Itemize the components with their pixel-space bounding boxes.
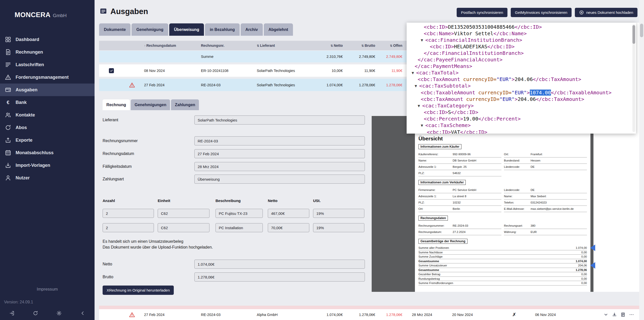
sidebar-item-dashboard[interactable]: Dashboard — [0, 33, 95, 46]
preview-title: Übersicht — [418, 136, 587, 142]
xml-collapse-arrow-icon[interactable]: ▼ — [421, 37, 425, 44]
item-1-beschreibung-input[interactable] — [216, 209, 263, 218]
cell-lieferant: SolarPath Technologies — [256, 83, 317, 87]
download-xrechnung-button[interactable]: XRechnung im Original herunterladen — [103, 286, 174, 295]
sidebar-item-lastschriften[interactable]: Lastschriften — [0, 58, 95, 71]
column-header-rechnungsnr[interactable]: Rechnungsnr. — [195, 44, 256, 48]
item-2-ust-input[interactable] — [313, 223, 364, 232]
detail-tab-rechnung[interactable]: Rechnung — [103, 99, 130, 110]
tab-dokumente[interactable]: Dokumente — [99, 23, 131, 36]
summary-offen: 2.749,80€ — [383, 55, 410, 59]
column-header-offen[interactable]: ⇅Offen — [383, 44, 410, 48]
cell-flag — [124, 312, 140, 318]
cell-brutto: 11,90€ — [350, 69, 383, 73]
column-header-netto[interactable]: ⇅Netto — [317, 44, 350, 48]
table-row[interactable]: 27 Feb 2024RE-2024-03Alpha GmbH1.074,00€… — [99, 309, 639, 320]
logout-icon — [9, 310, 15, 316]
collapse-icon — [80, 310, 85, 316]
more-icon[interactable] — [629, 312, 634, 317]
sidebar-item-label: Forderungsmanagement — [16, 75, 69, 80]
chevron-down-icon[interactable] — [603, 312, 609, 317]
tab-archiv[interactable]: Archiv — [241, 23, 263, 36]
summary-brutto: 2.749,80€ — [350, 55, 383, 59]
xml-collapse-arrow-icon[interactable]: ▼ — [412, 70, 416, 76]
settings-button[interactable] — [56, 310, 62, 316]
preview-field-label: Rechnungsdatum: — [418, 230, 453, 233]
sidebar-item-ausgaben[interactable]: Ausgaben — [0, 84, 95, 96]
warning-icon — [129, 82, 135, 88]
detail-tab-genehmigungen[interactable]: Genehmigungen — [131, 99, 170, 110]
sidebar-item-label: Lastschriften — [16, 62, 44, 67]
refresh-button[interactable] — [33, 310, 38, 316]
xml-collapse-arrow-icon[interactable]: ▼ — [418, 103, 422, 109]
page-scrollbar[interactable] — [639, 0, 644, 320]
detail-tab-zahlungen[interactable]: Zahlungen — [171, 99, 199, 110]
column-header-rechnungsdatum[interactable]: ↑Rechnungsdatum — [140, 44, 195, 48]
column-header-brutto[interactable]: ⇅Brutto — [350, 44, 383, 48]
sidebar-item-import-vorlagen[interactable]: Import-Vorlagen — [0, 159, 95, 172]
sidebar-item-kontakte[interactable]: Kontakte — [0, 109, 95, 121]
getmyinvoices-synchronisieren-button[interactable]: GetMyInvoices synchronisieren — [511, 8, 572, 17]
cell-faelligkeitsdatum: 28 Mrz 2024 — [410, 313, 450, 317]
sidebar-item-abos[interactable]: Abos — [0, 121, 95, 134]
sidebar-item-forderungsmanagement[interactable]: Forderungsmanagement — [0, 71, 95, 84]
total-brutto-input[interactable] — [194, 272, 365, 282]
cell-rechnungsnr: RE-2024-03 — [195, 83, 256, 87]
preview-field-label: Rechnungsnummer: — [418, 224, 453, 227]
sidebar-item-bank[interactable]: €Bank — [0, 96, 95, 109]
xml-scrollbar[interactable] — [632, 24, 635, 132]
item-1-ust-input[interactable] — [313, 209, 364, 218]
field-f-lligkeitsdatum-input[interactable] — [194, 162, 365, 171]
field-rechnungsdatum-input[interactable] — [194, 149, 365, 158]
item-2-beschreibung-input[interactable] — [216, 223, 263, 232]
page-scrollbar-thumb[interactable] — [640, 24, 643, 37]
download-icon[interactable] — [612, 312, 617, 317]
item-2-anzahl-input[interactable] — [103, 223, 154, 232]
total-netto-input[interactable] — [194, 260, 365, 269]
preview-field-value: Berlin — [453, 207, 460, 210]
cell-lieferant: Alpha GmbH — [256, 313, 317, 317]
logo-suffix: GmbH — [53, 13, 67, 18]
row-checkbox[interactable] — [109, 68, 114, 73]
document-icon[interactable] — [620, 312, 626, 317]
xml-line: <cbc:TaxAmount currencyID="EUR">204.06</… — [412, 76, 636, 83]
impressum-link[interactable]: Impressum — [0, 287, 95, 292]
preview-field-label: Name: — [418, 159, 453, 162]
preview-field-label: Firmenname: — [418, 188, 453, 191]
item-1-anzahl-input[interactable] — [103, 209, 154, 218]
settings-icon — [56, 310, 62, 316]
sidebar-item-monatsabschluss[interactable]: Monatsabschluss — [0, 146, 95, 159]
item-1-netto-input[interactable] — [268, 209, 309, 218]
column-header-lieferant[interactable]: ⇅Lieferant — [256, 44, 317, 48]
tab-genehmigung[interactable]: Genehmigung — [132, 23, 168, 36]
preview-field-value: 380 — [531, 224, 535, 227]
page-title: Ausgaben — [110, 7, 148, 16]
preview-field-value: Hessen — [531, 159, 540, 162]
total-row-value: 0,00 — [581, 277, 587, 280]
field-zahlungsart-input[interactable] — [194, 175, 365, 184]
xml-collapse-arrow-icon[interactable]: ▼ — [421, 123, 425, 129]
item-1-einheit-input[interactable] — [158, 209, 209, 218]
collapse-button[interactable] — [80, 310, 85, 316]
item-2-einheit-input[interactable] — [158, 223, 209, 232]
item-column-ust: USt. — [313, 198, 321, 203]
sidebar-item-nutzer[interactable]: Nutzer — [0, 172, 95, 184]
tab-berweisung[interactable]: Überweisung — [169, 23, 204, 36]
pdf-viewer: Übersicht Informationen zum KäuferKäufer… — [372, 116, 593, 292]
logout-button[interactable] — [9, 310, 15, 316]
tab-in-bezahlung[interactable]: in Bezahlung — [205, 23, 240, 36]
tab-abgelehnt[interactable]: Abgelehnt — [264, 23, 293, 36]
xml-collapse-arrow-icon[interactable]: ▼ — [415, 83, 419, 90]
sidebar-item-rechnungen[interactable]: Rechnungen — [0, 46, 95, 58]
cell-brutto: 1.278,06€ — [350, 83, 383, 87]
cell-offen: 11,90€ — [383, 69, 410, 73]
sidebar-item-exporte[interactable]: Exporte — [0, 134, 95, 146]
cell-row-actions[interactable] — [578, 312, 639, 317]
xml-scrollbar-thumb[interactable] — [632, 25, 635, 44]
field-rechnungsnummer-input[interactable] — [194, 136, 365, 145]
postfach-synchronisieren-button[interactable]: Postfach synchronisieren — [457, 8, 507, 17]
field-lieferant-input[interactable] — [194, 115, 365, 125]
item-2-netto-input[interactable] — [268, 223, 309, 232]
main-tabs: DokumenteGenehmigungÜberweisungin Bezahl… — [99, 23, 293, 36]
neues-dokument-hochladen-button[interactable]: neues Dokument hochladen — [575, 8, 637, 17]
